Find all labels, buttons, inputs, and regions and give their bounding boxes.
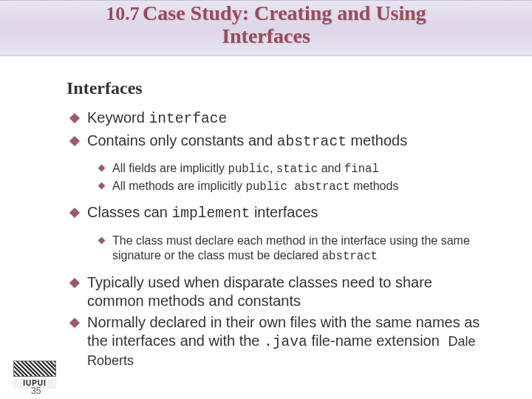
slide-title-line2: Interfaces <box>0 25 532 47</box>
bullet-fields: All fields are implicitly public, static… <box>96 161 488 177</box>
footer-bar: IUPUI 35 <box>0 356 532 395</box>
bullet-keyword: Keyword interface <box>66 109 488 128</box>
code-abstract: abstract <box>277 134 347 150</box>
bullet-contains: Contains only constants and abstract met… <box>66 132 488 151</box>
code-java-ext: .java <box>264 334 307 350</box>
logo-graphic-icon <box>13 361 56 377</box>
section-heading: Interfaces <box>66 78 488 98</box>
section-number: 10.7 <box>106 3 140 24</box>
bullet-typically: Typically used when disparate classes ne… <box>66 273 488 310</box>
slide-title-banner: 10.7 Case Study: Creating and Using Inte… <box>0 0 532 56</box>
page-number: 35 <box>31 386 41 396</box>
slide-title-line1: Case Study: Creating and Using <box>143 1 426 24</box>
slide-title-row: 10.7 Case Study: Creating and Using <box>0 2 532 25</box>
bullet-implement: Classes can implement interfaces <box>66 203 488 222</box>
bullet-methods: All methods are implicitly public abstra… <box>96 179 488 194</box>
code-interface: interface <box>149 111 227 127</box>
code-implement: implement <box>172 205 250 222</box>
slide-body: Interfaces Keyword interface Contains on… <box>0 56 532 369</box>
bullet-declare: The class must declare each method in th… <box>96 233 488 265</box>
